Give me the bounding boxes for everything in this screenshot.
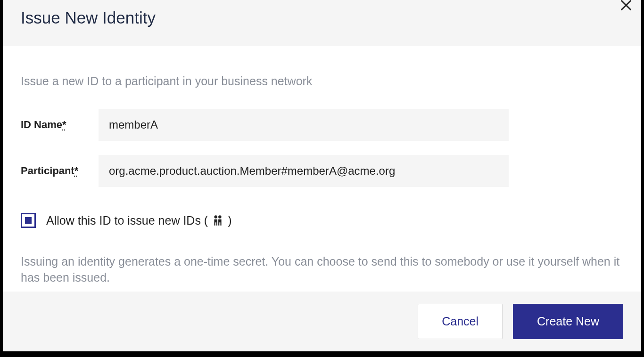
people-icon (212, 214, 224, 227)
cancel-button[interactable]: Cancel (418, 304, 503, 339)
svg-point-2 (215, 215, 218, 219)
form-row-id-name: ID Name* (21, 109, 623, 141)
issue-identity-modal: Issue New Identity Issue a new ID to a p… (3, 0, 641, 351)
form-row-participant: Participant* (21, 155, 623, 187)
allow-issue-checkbox-row: Allow this ID to issue new IDs ( ) (21, 213, 623, 228)
create-new-button[interactable]: Create New (513, 304, 623, 339)
id-name-input[interactable] (99, 109, 509, 141)
id-name-label: ID Name* (21, 119, 99, 131)
modal-header: Issue New Identity (3, 0, 641, 46)
checkbox-checked-indicator (25, 217, 32, 224)
allow-issue-checkbox[interactable] (21, 213, 36, 228)
modal-body: Issue a new ID to a participant in your … (3, 46, 641, 305)
svg-point-3 (218, 215, 222, 219)
info-text: Issuing an identity generates a one-time… (21, 254, 623, 286)
modal-title: Issue New Identity (21, 8, 623, 27)
allow-issue-label: Allow this ID to issue new IDs ( ) (46, 214, 232, 227)
participant-input[interactable] (99, 155, 509, 187)
modal-footer: Cancel Create New (3, 292, 641, 351)
close-icon[interactable] (619, 0, 633, 14)
participant-label: Participant* (21, 165, 99, 177)
modal-subhead: Issue a new ID to a participant in your … (21, 74, 623, 88)
